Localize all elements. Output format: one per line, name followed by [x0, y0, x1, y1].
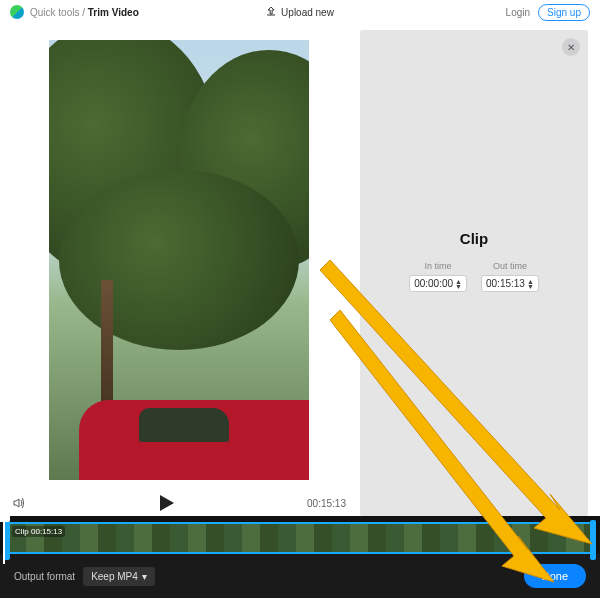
- login-link[interactable]: Login: [506, 7, 530, 18]
- out-time-value: 00:15:13: [486, 278, 525, 289]
- out-time-field: Out time 00:15:13 ▲▼: [481, 261, 539, 292]
- output-format-value: Keep MP4: [91, 571, 138, 582]
- player-controls: 00:15:13: [6, 490, 352, 516]
- time-fields: In time 00:00:00 ▲▼ Out time 00:15:13 ▲▼: [370, 261, 578, 292]
- output-format-select[interactable]: Keep MP4 ▾: [83, 567, 155, 586]
- in-time-stepper[interactable]: ▲▼: [455, 279, 462, 289]
- clip-panel: ✕ Clip In time 00:00:00 ▲▼ Out time 00:1…: [360, 30, 588, 516]
- signup-button[interactable]: Sign up: [538, 4, 590, 21]
- breadcrumb-root[interactable]: Quick tools: [30, 7, 79, 18]
- output-format-label: Output format: [14, 571, 75, 582]
- main-area: 00:15:13 ✕ Clip In time 00:00:00 ▲▼ Out …: [0, 24, 600, 516]
- mute-icon[interactable]: [12, 496, 26, 510]
- upload-icon: [266, 6, 276, 18]
- in-time-input[interactable]: 00:00:00 ▲▼: [409, 275, 467, 292]
- bottom-bar: Output format Keep MP4 ▾ Done: [0, 554, 600, 598]
- upload-new-label: Upload new: [281, 7, 334, 18]
- out-time-label: Out time: [493, 261, 527, 271]
- breadcrumb-sep: /: [82, 7, 85, 18]
- out-time-input[interactable]: 00:15:13 ▲▼: [481, 275, 539, 292]
- app-logo-icon: [10, 5, 24, 19]
- in-time-value: 00:00:00: [414, 278, 453, 289]
- breadcrumb-current: Trim Video: [88, 7, 139, 18]
- play-button[interactable]: [160, 495, 174, 511]
- playhead-handle[interactable]: [3, 516, 5, 564]
- timeline-clip[interactable]: Clip 00:15:13: [6, 522, 594, 554]
- out-time-stepper[interactable]: ▲▼: [527, 279, 534, 289]
- current-time: 00:15:13: [307, 498, 346, 509]
- clip-panel-title: Clip: [370, 230, 578, 247]
- done-button[interactable]: Done: [524, 564, 586, 588]
- video-frame: [49, 40, 309, 480]
- player-panel: 00:15:13: [6, 30, 352, 516]
- chevron-down-icon: ▾: [142, 571, 147, 582]
- close-icon: ✕: [567, 42, 575, 53]
- video-preview[interactable]: [6, 30, 352, 490]
- close-panel-button[interactable]: ✕: [562, 38, 580, 56]
- clip-duration-label: Clip 00:15:13: [12, 526, 65, 537]
- breadcrumb: Quick tools / Trim Video: [30, 7, 139, 18]
- upload-new-button[interactable]: Upload new: [266, 6, 334, 18]
- in-time-label: In time: [425, 261, 452, 271]
- auth-box: Login Sign up: [506, 4, 590, 21]
- timeline-section: Clip 00:15:13: [0, 516, 600, 554]
- in-time-field: In time 00:00:00 ▲▼: [409, 261, 467, 292]
- top-bar: Quick tools / Trim Video Upload new Logi…: [0, 0, 600, 24]
